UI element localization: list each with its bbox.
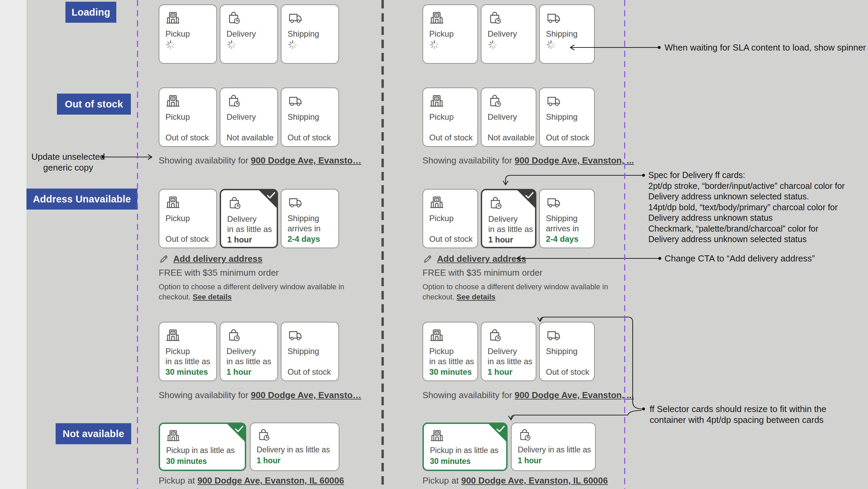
ff-card-shipping[interactable]: Shippingarrives in2-4 days	[281, 189, 339, 248]
delivery-window-note: Option to choose a different delivery wi…	[422, 282, 612, 302]
card-title: Delivery in as little as	[518, 445, 593, 455]
ff-card-shipping[interactable]: Shipping	[539, 4, 595, 64]
card-status: Out of stock	[288, 133, 336, 142]
address-link[interactable]: 900 Dodge Ave, Evanston, ...	[515, 155, 634, 165]
svg-text:w: w	[172, 331, 174, 335]
card-title: Shipping	[288, 112, 336, 122]
ff-card-delivery[interactable]: Deliveryin as little as1 hour	[481, 322, 536, 381]
truck-icon-wrap	[546, 10, 561, 26]
card-sla-value: 30 minutes	[430, 456, 504, 466]
ff-card-delivery[interactable]: DeliveryNot available	[220, 87, 278, 147]
card-title: Delivery	[488, 29, 534, 39]
store-icon-wrap: w	[165, 195, 180, 211]
card-title: Shipping	[288, 213, 336, 223]
ff-card-delivery[interactable]: Deliveryin as little as1 hour	[481, 189, 536, 248]
availability-prefix: Showing availability for	[422, 390, 515, 400]
availability-prefix: Showing availability for	[159, 155, 251, 165]
address-link[interactable]: 900 Dodge Ave, Evansto…	[251, 390, 361, 400]
pencil-icon	[422, 254, 433, 264]
card-title: Pickup	[429, 213, 475, 223]
address-link[interactable]: 900 Dodge Ave, Evanston, IL 60006	[197, 475, 344, 486]
ff-card-shipping[interactable]: ShippingOut of stock	[539, 322, 595, 381]
availability-footer: Showing availability for 900 Dodge Ave, …	[159, 390, 361, 400]
state-label-out-of-stock: Out of stock	[57, 94, 131, 115]
see-details-link[interactable]: See details	[193, 293, 232, 301]
bag-icon-wrap	[226, 10, 241, 26]
loading-spinner-icon	[488, 40, 498, 50]
spec-canvas: Loading Out of stock Address Unavailable…	[0, 0, 868, 489]
ff-card-pickup[interactable]: w Pickup	[422, 4, 478, 64]
card-status: Out of stock	[429, 133, 475, 142]
svg-text:w: w	[436, 331, 438, 335]
svg-text:w: w	[172, 198, 174, 202]
truck-icon-wrap	[288, 195, 302, 211]
card-subtitle: in as little as	[226, 356, 275, 366]
state-label-address-unavailable: Address Unavailable	[26, 189, 137, 210]
add-delivery-address-cta[interactable]: Add delivery address	[159, 254, 262, 264]
cta-label[interactable]: Add delivery address	[437, 254, 526, 264]
ff-card-shipping[interactable]: Shippingarrives in2-4 days	[539, 189, 595, 248]
ff-card-pickup[interactable]: w PickupOut of stock	[422, 189, 478, 248]
loading-spinner-icon	[165, 40, 176, 50]
svg-text:w: w	[436, 198, 438, 202]
ff-card-pickup[interactable]: w PickupOut of stock	[422, 87, 478, 147]
ff-card-pickup[interactable]: w Pickup	[159, 4, 217, 64]
card-sla-value: 1 hour	[518, 456, 593, 466]
card-title: Delivery	[226, 112, 275, 122]
ff-card-shipping[interactable]: ShippingOut of stock	[281, 322, 339, 381]
bag-icon-wrap	[226, 93, 241, 110]
card-subtitle: in as little as	[429, 356, 475, 366]
ff-card-delivery[interactable]: Deliveryin as little as1 hour	[220, 322, 278, 381]
availability-footer: Pickup at 900 Dodge Ave, Evanston, IL 60…	[159, 475, 344, 486]
card-sla-value: 1 hour	[257, 456, 337, 466]
store-icon: w	[165, 328, 180, 343]
store-icon-wrap: w	[429, 328, 444, 344]
bag-icon-wrap	[257, 428, 271, 443]
delivery-bag-clock-icon	[227, 195, 242, 210]
shipping-truck-icon	[546, 93, 561, 108]
delivery-bag-clock-icon	[226, 93, 241, 108]
ff-card-pickup[interactable]: w Pickupin as little as30 minutes	[422, 322, 478, 381]
delivery-bag-clock-icon	[488, 328, 502, 343]
card-title: Pickup	[165, 112, 214, 122]
ff-card-delivery[interactable]: Delivery in as little as1 hour	[250, 423, 339, 471]
ff-card-pickup[interactable]: w PickupOut of stock	[159, 189, 217, 248]
store-icon-wrap: w	[165, 10, 180, 26]
ff-card-delivery[interactable]: Deliveryin as little as1 hour	[220, 189, 278, 248]
address-link[interactable]: 900 Dodge Ave, Evanston, ...	[515, 390, 634, 400]
card-title: Pickup	[165, 213, 214, 223]
pencil-icon	[159, 254, 169, 264]
card-title: Pickup in as little as	[166, 446, 243, 455]
ff-card-shipping[interactable]: ShippingOut of stock	[539, 87, 595, 147]
store-icon: w	[430, 428, 444, 443]
card-sla-value: 30 minutes	[166, 456, 243, 466]
address-link[interactable]: 900 Dodge Ave, Evansto…	[251, 155, 361, 165]
ff-card-pickup[interactable]: w Pickup in as little as30 minutes	[422, 423, 508, 471]
store-icon-wrap: w	[165, 93, 180, 110]
address-link[interactable]: 900 Dodge Ave, Evanston, IL 60006	[461, 475, 608, 486]
shipping-truck-icon	[546, 328, 561, 343]
ff-card-pickup[interactable]: w PickupOut of stock	[159, 87, 217, 147]
ff-card-delivery[interactable]: Delivery in as little as1 hour	[511, 423, 596, 471]
card-title: Delivery	[488, 214, 533, 224]
see-details-link[interactable]: See details	[456, 293, 495, 301]
add-delivery-address-cta[interactable]: Add delivery address	[422, 254, 526, 264]
store-icon-wrap: w	[166, 428, 180, 444]
store-icon: w	[429, 195, 444, 210]
ff-card-pickup[interactable]: w Pickupin as little as30 minutes	[159, 322, 217, 381]
ff-card-delivery[interactable]: Delivery	[481, 4, 536, 64]
ff-card-pickup[interactable]: w Pickup in as little as30 minutes	[159, 423, 246, 471]
ff-card-delivery[interactable]: DeliveryNot available	[481, 87, 536, 147]
arrow-resize-to-row5	[511, 410, 642, 420]
shipping-truck-icon	[546, 10, 561, 25]
availability-footer: Showing availability for 900 Dodge Ave, …	[159, 155, 361, 166]
shipping-truck-icon	[288, 10, 302, 25]
guide-line-left	[137, 0, 138, 489]
ff-card-shipping[interactable]: ShippingOut of stock	[281, 87, 339, 147]
card-title: Shipping	[546, 29, 592, 39]
store-icon-wrap: w	[429, 93, 444, 110]
ff-card-shipping[interactable]: Shipping	[281, 4, 339, 64]
column-divider-dashed	[381, 0, 384, 489]
ff-card-delivery[interactable]: Delivery	[220, 4, 278, 64]
cta-label[interactable]: Add delivery address	[173, 254, 262, 264]
